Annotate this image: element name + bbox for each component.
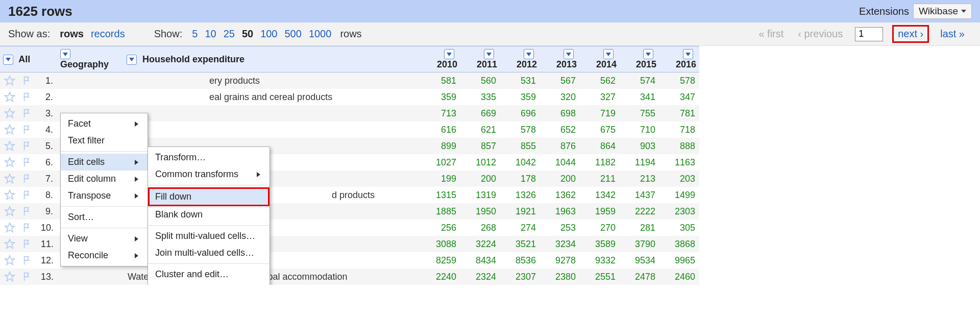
cell-household[interactable] (124, 105, 421, 121)
cell-value[interactable]: 675 (580, 121, 620, 138)
cell-value[interactable]: 888 (659, 138, 699, 154)
cell-geography[interactable] (57, 72, 124, 89)
star-row-button[interactable] (0, 154, 18, 171)
flag-row-button[interactable] (18, 121, 37, 138)
column-menu-geography[interactable] (60, 49, 70, 59)
cell-value[interactable]: 669 (460, 105, 500, 121)
cell-geography[interactable] (57, 269, 124, 285)
flag-row-button[interactable] (18, 72, 37, 89)
column-menu-2011[interactable] (484, 49, 494, 59)
column-menu-all[interactable] (3, 55, 13, 65)
cell-value[interactable]: 2460 (659, 269, 699, 285)
cell-value[interactable]: 3088 (421, 236, 460, 252)
cell-value[interactable]: 9332 (580, 252, 620, 269)
cell-value[interactable]: 305 (659, 220, 699, 236)
cell-value[interactable]: 8259 (421, 252, 460, 269)
menu-item[interactable]: Sort… (61, 209, 148, 226)
cell-value[interactable]: 359 (421, 89, 460, 105)
menu-item[interactable]: Split multi-valued cells… (148, 228, 270, 245)
column-menu-household[interactable] (127, 55, 137, 65)
menu-item[interactable]: Edit column (61, 171, 148, 187)
column-menu-2014[interactable] (603, 49, 614, 59)
cell-value[interactable]: 1950 (460, 203, 500, 220)
cell-value[interactable]: 1012 (460, 154, 500, 171)
cell-value[interactable]: 2303 (659, 203, 699, 220)
cell-value[interactable]: 3868 (659, 236, 699, 252)
cell-value[interactable]: 359 (500, 89, 540, 105)
column-menu-2012[interactable] (524, 49, 534, 59)
nav-first[interactable]: « first (758, 28, 783, 40)
star-row-button[interactable] (0, 220, 18, 236)
nav-next[interactable]: next › (892, 25, 929, 43)
cell-value[interactable]: 200 (460, 171, 500, 187)
cell-value[interactable]: 696 (500, 105, 540, 121)
cell-value[interactable]: 1959 (580, 203, 620, 220)
cell-value[interactable]: 1963 (540, 203, 580, 220)
cell-value[interactable]: 652 (540, 121, 580, 138)
cell-value[interactable]: 1326 (500, 187, 540, 203)
cell-value[interactable]: 1042 (500, 154, 540, 171)
cell-value[interactable]: 347 (659, 89, 699, 105)
page-size-25[interactable]: 25 (224, 28, 235, 40)
cell-geography[interactable] (57, 89, 124, 105)
cell-value[interactable]: 1319 (460, 187, 500, 203)
cell-value[interactable]: 1163 (659, 154, 699, 171)
cell-value[interactable]: 2307 (500, 269, 540, 285)
flag-row-button[interactable] (18, 187, 37, 203)
star-row-button[interactable] (0, 72, 18, 89)
cell-value[interactable]: 270 (580, 220, 620, 236)
menu-item[interactable]: Text filter (61, 132, 148, 149)
cell-value[interactable]: 274 (500, 220, 540, 236)
flag-row-button[interactable] (18, 105, 37, 121)
menu-item[interactable]: Cluster and edit… (148, 266, 270, 283)
cell-value[interactable]: 3224 (460, 236, 500, 252)
cell-household[interactable]: ery products (124, 72, 421, 89)
cell-household[interactable] (124, 121, 421, 138)
cell-value[interactable]: 562 (580, 72, 620, 89)
page-size-500[interactable]: 500 (285, 28, 302, 40)
cell-value[interactable]: 581 (421, 72, 460, 89)
cell-value[interactable]: 2551 (580, 269, 620, 285)
star-row-button[interactable] (0, 236, 18, 252)
cell-value[interactable]: 2478 (620, 269, 659, 285)
menu-item[interactable]: Edit cells (61, 154, 148, 171)
cell-value[interactable]: 211 (580, 171, 620, 187)
page-size-100[interactable]: 100 (260, 28, 277, 40)
cell-value[interactable]: 718 (659, 121, 699, 138)
cell-value[interactable]: 2240 (421, 269, 460, 285)
cell-value[interactable]: 203 (659, 171, 699, 187)
cell-value[interactable]: 855 (500, 138, 540, 154)
cell-value[interactable]: 1499 (659, 187, 699, 203)
cell-value[interactable]: 560 (460, 72, 500, 89)
cell-value[interactable]: 1315 (421, 187, 460, 203)
cell-value[interactable]: 698 (540, 105, 580, 121)
cell-value[interactable]: 621 (460, 121, 500, 138)
star-row-button[interactable] (0, 187, 18, 203)
cell-value[interactable]: 200 (540, 171, 580, 187)
cell-value[interactable]: 2324 (460, 269, 500, 285)
flag-row-button[interactable] (18, 89, 37, 105)
cell-value[interactable]: 719 (580, 105, 620, 121)
star-row-button[interactable] (0, 138, 18, 154)
star-row-button[interactable] (0, 203, 18, 220)
wikibase-dropdown[interactable]: Wikibase (913, 4, 972, 19)
flag-row-button[interactable] (18, 171, 37, 187)
menu-item[interactable]: Join multi-valued cells… (148, 245, 270, 261)
page-size-50[interactable]: 50 (242, 28, 253, 40)
column-menu-2015[interactable] (643, 49, 653, 59)
cell-value[interactable]: 755 (620, 105, 659, 121)
cell-value[interactable]: 2380 (540, 269, 580, 285)
menu-item[interactable]: Transform… (148, 149, 270, 166)
cell-value[interactable]: 178 (500, 171, 540, 187)
nav-last[interactable]: last » (940, 28, 965, 40)
star-row-button[interactable] (0, 121, 18, 138)
cell-value[interactable]: 3234 (540, 236, 580, 252)
cell-value[interactable]: 1362 (540, 187, 580, 203)
menu-item[interactable]: Facet (61, 115, 148, 132)
nav-previous[interactable]: ‹ previous (798, 28, 843, 40)
cell-value[interactable]: 268 (460, 220, 500, 236)
cell-value[interactable]: 616 (421, 121, 460, 138)
cell-value[interactable]: 3790 (620, 236, 659, 252)
menu-item[interactable]: Common transforms (148, 166, 270, 183)
page-size-1000[interactable]: 1000 (309, 28, 332, 40)
